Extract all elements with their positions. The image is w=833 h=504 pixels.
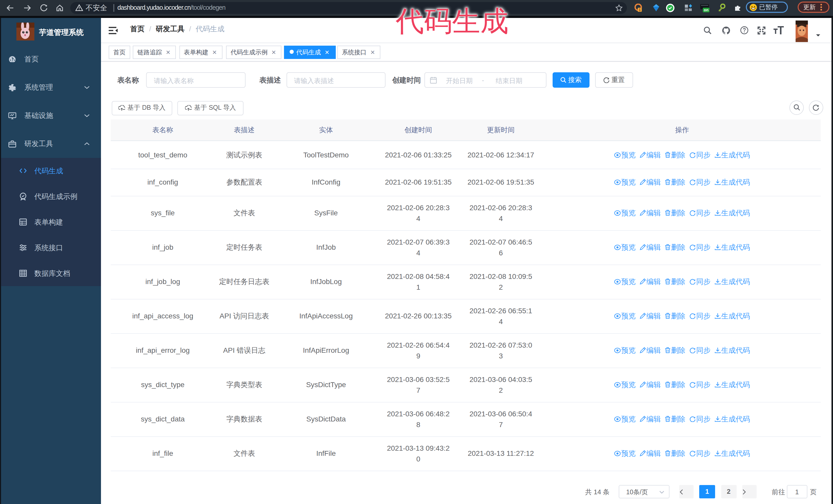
svg-text:on: on: [704, 8, 709, 12]
svg-text:1: 1: [639, 8, 641, 12]
